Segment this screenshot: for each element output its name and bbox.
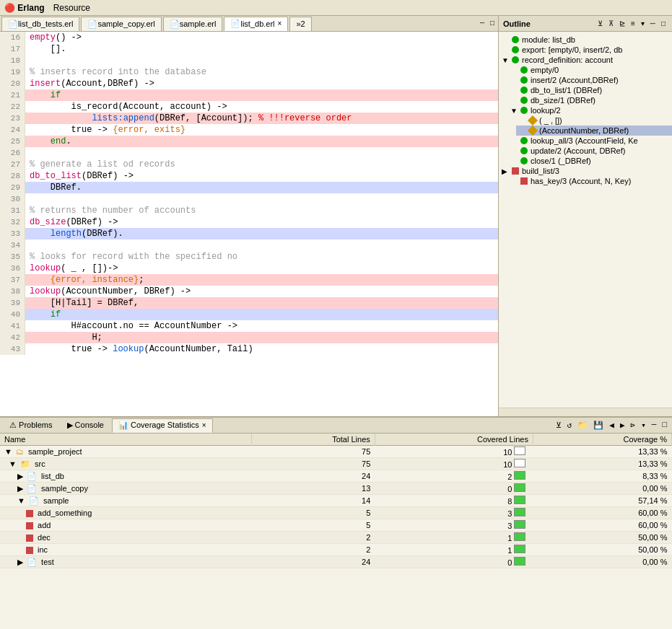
outline-item-lookup-account[interactable]: (AccountNumber, DBRef) [516,126,672,136]
outline-dot [520,157,528,164]
outline-panel: Outline ⊻ ⊼ ⊵ ≡ ▾ ─ □ module: list_db [499,16,672,416]
minimize-bottom-button[interactable]: ─ [650,420,659,431]
tab-label: sample.erl [180,19,217,28]
outline-item-insert2[interactable]: insert/2 (Account,DBRef) [507,75,672,85]
row-total: 75 [251,446,375,458]
code-content: 16 empty() -> 17 []. 18 19 % inserts rec… [0,32,498,355]
outline-item-lookup-empty[interactable]: ( _ , []) [516,115,672,126]
outline-item-empty0[interactable]: empty/0 [507,65,672,75]
outline-item-export[interactable]: export: [empty/0, insert/2, db [499,45,672,55]
col-covered-lines: Covered Lines [375,434,533,446]
tab-label: ⚠ Problems [9,421,53,430]
outline-dot [512,167,519,175]
tab-problems[interactable]: ⚠ Problems [3,418,59,433]
resource-menu[interactable]: Resource [53,3,90,13]
maximize-bottom-button[interactable]: □ [660,420,669,431]
outline-item-label: update/2 (Account, DBRef) [531,146,625,155]
outline-item-build-list[interactable]: ▶ build_list/3 [499,166,672,176]
table-row[interactable]: dec 2 1 50,00 % [0,532,672,544]
row-covered: 1 [375,544,533,556]
coverage-dropdown[interactable]: ▾ [639,420,648,431]
outline-diamond [528,115,538,126]
coverage-btn7[interactable]: ⊳ [629,420,638,431]
outline-item-update2[interactable]: update/2 (Account, DBRef) [507,146,672,156]
outline-scrollbar[interactable] [499,408,672,416]
outline-item-close1[interactable]: close/1 (_DBRef) [507,156,672,166]
fn-icon [26,535,33,542]
code-line-31: 31 % returns the number of accounts [0,205,498,216]
code-line-41: 41 H#account.no == AccountNumber -> [0,320,498,332]
close-icon[interactable]: × [278,19,282,27]
outline-item-has-key[interactable]: has_key/3 (Account, N, Key) [507,176,672,186]
code-line-37: 37 {error, instance}; [0,274,498,286]
row-pct: 60,00 % [533,519,671,532]
code-line-38: 38 lookup(AccountNumber, DBRef) -> [0,286,498,297]
table-row[interactable]: add_something 5 3 60,00 % [0,507,672,519]
row-name: inc [0,544,251,556]
outline-item-label: record_definition: account [522,56,613,64]
table-row[interactable]: ▼ 📄 sample 14 8 57,14 % [0,495,672,507]
code-line-34: 34 [0,239,498,251]
file-icon: 📄 [87,19,97,29]
tab-more[interactable]: »2 [289,17,311,31]
outline-item-label: empty/0 [531,66,559,74]
table-row[interactable]: ▶ 📄 list_db 24 2 8,33 % [0,470,672,483]
row-pct: 8,33 % [533,470,671,483]
table-row[interactable]: ▼ 🗂 sample_project 75 10 13,33 % [0,446,672,458]
minimize-editor-button[interactable]: ─ [478,19,486,28]
row-pct: 13,33 % [533,458,671,470]
coverage-btn2[interactable]: ↺ [565,420,575,431]
table-row[interactable]: ▶ 📄 test 24 0 0,00 % [0,556,672,568]
outline-item-label: lookup/2 [531,106,561,115]
code-line-28: 28 db_to_list(DBRef) -> [0,170,498,182]
row-covered: 1 [375,532,533,544]
tab-coverage-statistics[interactable]: 📊 Coverage Statistics × [112,418,213,433]
row-pct: 0,00 % [533,556,671,568]
outline-dot [512,36,519,43]
outline-btn4[interactable]: ≡ [629,19,637,28]
table-row[interactable]: inc 2 1 50,00 % [0,544,672,556]
tab-label: sample_copy.erl [97,19,154,28]
outline-item-lookup-all[interactable]: lookup_all/3 (AccountField, Ke [507,136,672,146]
tab-list-db[interactable]: 📄 list_db.erl × [224,17,288,31]
tab-sample[interactable]: 📄 sample.erl [163,17,223,31]
minimize-outline-button[interactable]: ─ [648,19,658,28]
outline-item-db-size[interactable]: db_size/1 (DBRef) [507,95,672,105]
outline-item-lookup2[interactable]: ▼ lookup/2 [507,105,672,115]
row-covered: 0 [375,556,533,568]
outline-item-db-to-list[interactable]: db_to_list/1 (DBRef) [507,85,672,95]
outline-btn3[interactable]: ⊵ [617,19,627,28]
close-coverage-icon[interactable]: × [202,421,206,429]
coverage-btn4[interactable]: 💾 [591,420,606,431]
row-name: ▼ 📄 sample [0,495,251,507]
coverage-btn1[interactable]: ⊻ [554,420,564,431]
tab-console[interactable]: ▶ Console [61,418,110,433]
tab-label: 📊 Coverage Statistics [118,421,199,430]
outline-btn5[interactable]: ▾ [639,19,647,28]
erlang-logo: 🔴 Erlang [4,3,45,13]
tab-sample-copy[interactable]: 📄 sample_copy.erl [81,17,161,31]
code-editor[interactable]: 16 empty() -> 17 []. 18 19 % inserts rec… [0,32,498,416]
coverage-btn3[interactable]: 📁 [575,420,590,431]
table-row[interactable]: ▶ 📄 sample_copy 13 0 0,00 % [0,483,672,495]
coverage-data-table: Name Total Lines Covered Lines Coverage … [0,434,672,568]
row-name: ▶ 📄 list_db [0,470,251,483]
coverage-btn6[interactable]: ▶ [618,420,627,431]
outline-btn1[interactable]: ⊻ [595,19,605,28]
row-covered: 10 [375,446,533,458]
tab-label: ▶ Console [67,421,104,430]
maximize-outline-button[interactable]: □ [659,19,668,28]
outline-dot [512,46,519,53]
outline-item-module[interactable]: module: list_db [499,35,672,45]
outline-item-record-def[interactable]: ▼ record_definition: account [499,55,672,65]
table-row[interactable]: ▼ 📁 src 75 10 13,33 % [0,458,672,470]
code-line-23: 23 lists:append(DBRef, [Account]); % !!!… [0,113,498,124]
tab-list-db-tests[interactable]: 📄 list_db_tests.erl [1,17,79,31]
outline-btn2[interactable]: ⊼ [606,19,616,28]
fn-icon [26,510,33,517]
maximize-editor-button[interactable]: □ [488,19,497,28]
outline-item-label: lookup_all/3 (AccountField, Ke [531,136,638,145]
coverage-btn5[interactable]: ◀ [607,420,616,431]
table-row[interactable]: add 5 3 60,00 % [0,519,672,532]
row-name: ▼ 📁 src [0,458,251,470]
